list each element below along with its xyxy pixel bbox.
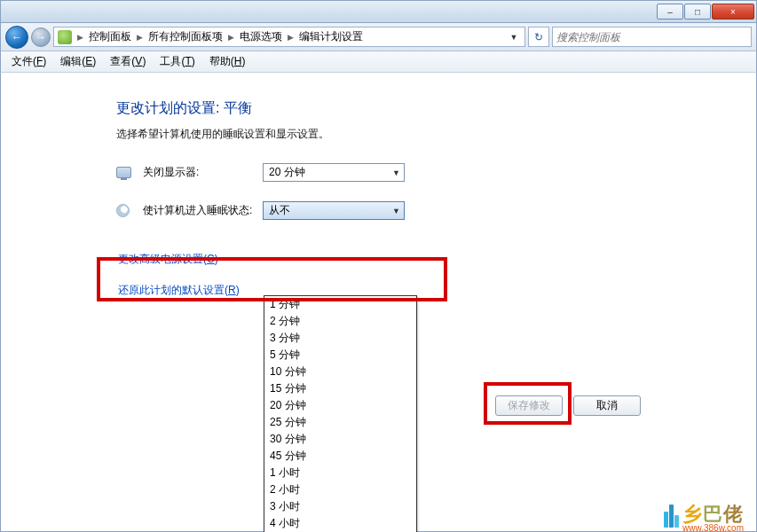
breadcrumb-seg-power-options[interactable]: 电源选项: [240, 29, 282, 44]
dropdown-option[interactable]: 10 分钟: [264, 364, 416, 380]
turn-off-display-combo[interactable]: 20 分钟 ▼: [263, 163, 405, 182]
arrow-left-icon: ←: [12, 31, 22, 43]
moon-icon: [116, 204, 130, 217]
breadcrumb-seg-all-items[interactable]: 所有控制面板项: [148, 29, 223, 44]
sleep-value: 从不: [269, 203, 290, 218]
dropdown-option[interactable]: 5 分钟: [264, 347, 416, 364]
advanced-power-settings-link[interactable]: 更改高级电源设置(C): [118, 252, 756, 267]
maximize-button[interactable]: □: [684, 4, 711, 20]
minimize-button[interactable]: –: [657, 4, 683, 20]
window-titlebar: – □ ×: [0, 0, 757, 23]
nav-forward-button[interactable]: →: [31, 27, 51, 47]
button-row: 保存修改 取消: [495, 395, 641, 416]
window-controls: – □ ×: [657, 4, 754, 20]
dropdown-option[interactable]: 25 分钟: [264, 414, 416, 431]
chevron-right-icon: ▶: [288, 33, 294, 42]
close-button[interactable]: ×: [712, 4, 754, 20]
dropdown-option[interactable]: 15 分钟: [264, 380, 416, 397]
sleep-dropdown-list[interactable]: 1 分钟 2 分钟 3 分钟 5 分钟 10 分钟 15 分钟 20 分钟 25…: [264, 295, 417, 532]
menu-file[interactable]: 文件(F): [6, 51, 51, 72]
breadcrumb-dropdown[interactable]: ▼: [507, 33, 521, 42]
page-description: 选择希望计算机使用的睡眠设置和显示设置。: [116, 127, 640, 142]
menu-tools[interactable]: 工具(T): [154, 51, 200, 72]
chevron-right-icon: ▶: [77, 33, 83, 42]
dropdown-option[interactable]: 1 小时: [264, 465, 416, 481]
control-panel-icon: [58, 30, 72, 44]
search-input[interactable]: [556, 31, 747, 43]
dropdown-option[interactable]: 3 分钟: [264, 330, 416, 347]
restore-defaults-link[interactable]: 还原此计划的默认设置(R): [118, 283, 756, 298]
turn-off-display-value: 20 分钟: [269, 165, 305, 180]
menu-help[interactable]: 帮助(H): [204, 51, 251, 72]
dropdown-option[interactable]: 3 小时: [264, 498, 416, 515]
menu-edit[interactable]: 编辑(E): [55, 51, 101, 72]
dropdown-option[interactable]: 1 分钟: [264, 296, 416, 313]
chevron-right-icon: ▶: [137, 33, 143, 42]
links-section: 更改高级电源设置(C) 还原此计划的默认设置(R): [1, 252, 756, 298]
watermark-logo-icon: [664, 505, 679, 528]
cancel-button[interactable]: 取消: [573, 395, 641, 416]
dropdown-option[interactable]: 45 分钟: [264, 448, 416, 465]
address-bar: ← → ▶ 控制面板 ▶ 所有控制面板项 ▶ 电源选项 ▶ 编辑计划设置 ▼ ↻: [0, 23, 757, 51]
chevron-right-icon: ▶: [228, 33, 234, 42]
dropdown-option[interactable]: 2 小时: [264, 481, 416, 498]
dropdown-option[interactable]: 30 分钟: [264, 431, 416, 448]
row-turn-off-display: 关闭显示器: 20 分钟 ▼: [116, 163, 640, 182]
sleep-combo[interactable]: 从不 ▼: [263, 201, 405, 220]
watermark-url: www.386w.com: [682, 523, 744, 532]
nav-back-button[interactable]: ←: [5, 26, 28, 49]
breadcrumb[interactable]: ▶ 控制面板 ▶ 所有控制面板项 ▶ 电源选项 ▶ 编辑计划设置 ▼: [53, 27, 525, 47]
dropdown-option[interactable]: 2 分钟: [264, 313, 416, 330]
dropdown-option[interactable]: 4 小时: [264, 515, 416, 532]
search-box[interactable]: [552, 27, 752, 47]
content-area: 更改计划的设置: 平衡 选择希望计算机使用的睡眠设置和显示设置。 关闭显示器: …: [0, 73, 757, 532]
dropdown-option[interactable]: 20 分钟: [264, 397, 416, 414]
refresh-icon: ↻: [534, 31, 543, 43]
menu-bar: 文件(F) 编辑(E) 查看(V) 工具(T) 帮助(H): [0, 51, 757, 73]
page-title: 更改计划的设置: 平衡: [116, 99, 640, 118]
breadcrumb-seg-control-panel[interactable]: 控制面板: [89, 29, 131, 44]
save-button[interactable]: 保存修改: [495, 395, 563, 416]
sleep-label: 使计算机进入睡眠状态:: [143, 203, 263, 218]
row-sleep: 使计算机进入睡眠状态: 从不 ▼: [116, 201, 640, 220]
monitor-icon: [116, 167, 131, 178]
breadcrumb-seg-edit-plan[interactable]: 编辑计划设置: [299, 29, 363, 44]
chevron-down-icon: ▼: [392, 168, 400, 177]
turn-off-display-label: 关闭显示器:: [143, 165, 263, 180]
refresh-button[interactable]: ↻: [528, 27, 549, 47]
chevron-down-icon: ▼: [392, 207, 400, 215]
arrow-right-icon: →: [35, 31, 46, 43]
menu-view[interactable]: 查看(V): [105, 51, 151, 72]
